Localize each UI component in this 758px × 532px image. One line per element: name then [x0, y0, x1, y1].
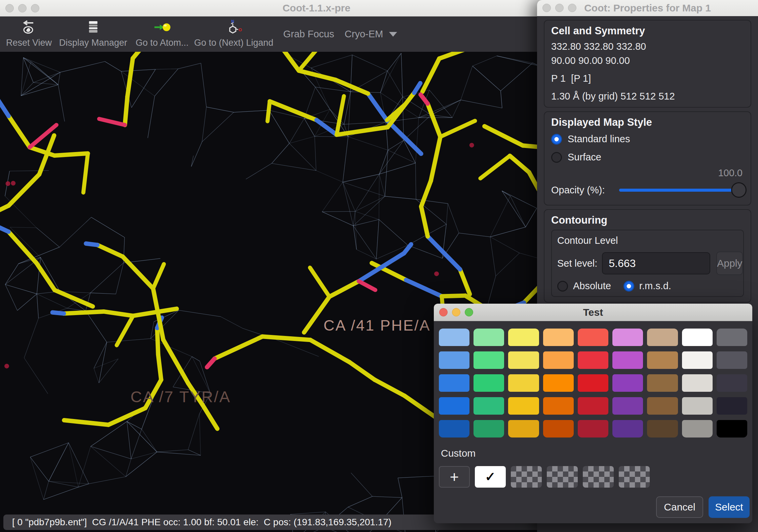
go-to-atom-icon — [153, 20, 171, 35]
grab-focus-button[interactable]: Grab Focus — [283, 16, 334, 52]
minimize-button[interactable] — [18, 4, 27, 12]
color-swatch[interactable] — [612, 329, 643, 346]
svg-text:O: O — [238, 27, 242, 32]
standard-lines-option[interactable]: Standard lines — [551, 134, 744, 145]
go-to-atom-button[interactable]: Go to Atom... — [136, 20, 189, 48]
custom-color-swatch[interactable]: ✓ — [475, 466, 506, 488]
contouring-section: Contouring Contour Level Set level: Appl… — [544, 209, 751, 303]
toolbar-label: Reset View — [6, 38, 52, 48]
zoom-button[interactable] — [465, 308, 473, 316]
color-swatch[interactable] — [682, 420, 713, 438]
color-swatch[interactable] — [647, 329, 678, 346]
opacity-label: Opacity (%): — [551, 185, 605, 196]
color-swatch[interactable] — [717, 420, 747, 438]
toolbar-label: Cryo-EM — [345, 29, 383, 40]
color-swatch[interactable] — [508, 420, 539, 438]
color-swatch[interactable] — [647, 420, 678, 438]
empty-custom-slot[interactable] — [583, 466, 614, 488]
color-swatch[interactable] — [612, 374, 643, 392]
color-swatch[interactable] — [647, 374, 678, 392]
color-swatch[interactable] — [508, 374, 539, 392]
color-swatch[interactable] — [439, 374, 469, 392]
svg-text:N: N — [231, 20, 234, 24]
color-swatch[interactable] — [439, 351, 469, 369]
add-custom-color-button[interactable]: + — [439, 466, 470, 488]
radio-label: Surface — [568, 152, 601, 163]
color-swatch[interactable] — [439, 397, 469, 415]
color-swatch[interactable] — [473, 374, 504, 392]
color-swatch[interactable] — [543, 397, 574, 415]
empty-custom-slot[interactable] — [547, 466, 578, 488]
atom-label: CA /7 TYR/A — [130, 387, 231, 406]
zoom-button[interactable] — [568, 4, 576, 12]
color-swatch[interactable] — [578, 420, 608, 438]
absolute-option[interactable]: Absolute — [557, 280, 611, 292]
color-swatch[interactable] — [717, 374, 747, 392]
opacity-slider[interactable]: 100.0 — [619, 182, 744, 198]
slider-knob[interactable] — [731, 182, 747, 198]
color-swatch[interactable] — [612, 397, 643, 415]
color-swatch[interactable] — [439, 420, 469, 438]
toolbar-label: Go to Atom... — [136, 38, 189, 48]
color-swatch[interactable] — [508, 351, 539, 369]
color-swatch[interactable] — [682, 329, 713, 346]
apply-button[interactable]: Apply — [716, 252, 743, 275]
color-swatch[interactable] — [508, 329, 539, 346]
reset-view-button[interactable]: Reset View — [6, 20, 52, 48]
color-swatch[interactable] — [612, 420, 643, 438]
radio-unselected-icon — [557, 281, 568, 292]
minimize-button[interactable] — [452, 308, 460, 316]
dialog-title: Test — [583, 307, 603, 318]
color-swatch[interactable] — [543, 374, 574, 392]
color-swatch[interactable] — [717, 397, 747, 415]
color-swatch[interactable] — [717, 329, 747, 346]
color-swatch[interactable] — [682, 397, 713, 415]
color-swatch[interactable] — [473, 329, 504, 346]
toolbar-label: Display Manager — [59, 38, 127, 48]
color-swatch[interactable] — [578, 374, 608, 392]
close-button[interactable] — [439, 308, 448, 316]
color-swatch[interactable] — [508, 397, 539, 415]
atom-label: CA /41 PHE/A — [324, 317, 431, 334]
radio-selected-icon — [623, 281, 634, 292]
empty-custom-slot[interactable] — [619, 466, 650, 488]
color-swatch[interactable] — [612, 351, 643, 369]
radio-label: r.m.s.d. — [639, 280, 671, 292]
color-swatch[interactable] — [578, 351, 608, 369]
slider-track — [619, 189, 741, 192]
cancel-button[interactable]: Cancel — [656, 496, 703, 518]
chevron-down-icon — [389, 32, 397, 37]
color-swatch[interactable] — [647, 351, 678, 369]
color-swatch[interactable] — [543, 329, 574, 346]
color-swatch[interactable] — [439, 329, 469, 346]
color-swatch[interactable] — [543, 420, 574, 438]
rmsd-option[interactable]: r.m.s.d. — [623, 280, 671, 292]
color-swatch[interactable] — [578, 329, 608, 346]
close-button[interactable] — [542, 4, 551, 12]
cryo-em-menu-button[interactable]: Cryo-EM — [345, 16, 397, 52]
color-swatch[interactable] — [473, 397, 504, 415]
surface-option[interactable]: Surface — [551, 152, 744, 163]
go-to-next-ligand-button[interactable]: N O Go to (Next) Ligand — [194, 20, 273, 48]
minimize-button[interactable] — [555, 4, 564, 12]
color-swatch[interactable] — [543, 351, 574, 369]
color-swatch[interactable] — [682, 374, 713, 392]
contour-level-input[interactable] — [602, 252, 710, 274]
color-swatch[interactable] — [473, 351, 504, 369]
display-manager-button[interactable]: Display Manager — [59, 20, 127, 48]
empty-custom-slot[interactable] — [511, 466, 542, 488]
radio-selected-icon — [551, 134, 562, 145]
cell-lengths: 332.80 332.80 332.80 — [551, 41, 744, 52]
color-swatch[interactable] — [682, 351, 713, 369]
section-header: Displayed Map Style — [551, 116, 744, 128]
cell-and-symmetry-section: Cell and Symmetry 332.80 332.80 332.80 9… — [544, 20, 751, 108]
contour-level-frame: Contour Level Set level: Apply Absolute … — [551, 230, 744, 297]
close-button[interactable] — [5, 4, 14, 12]
zoom-button[interactable] — [31, 4, 39, 12]
select-button[interactable]: Select — [709, 496, 750, 518]
color-swatch[interactable] — [717, 351, 747, 369]
color-swatch[interactable] — [578, 397, 608, 415]
color-swatch[interactable] — [473, 420, 504, 438]
ligand-icon: N O — [225, 20, 242, 35]
color-swatch[interactable] — [647, 397, 678, 415]
